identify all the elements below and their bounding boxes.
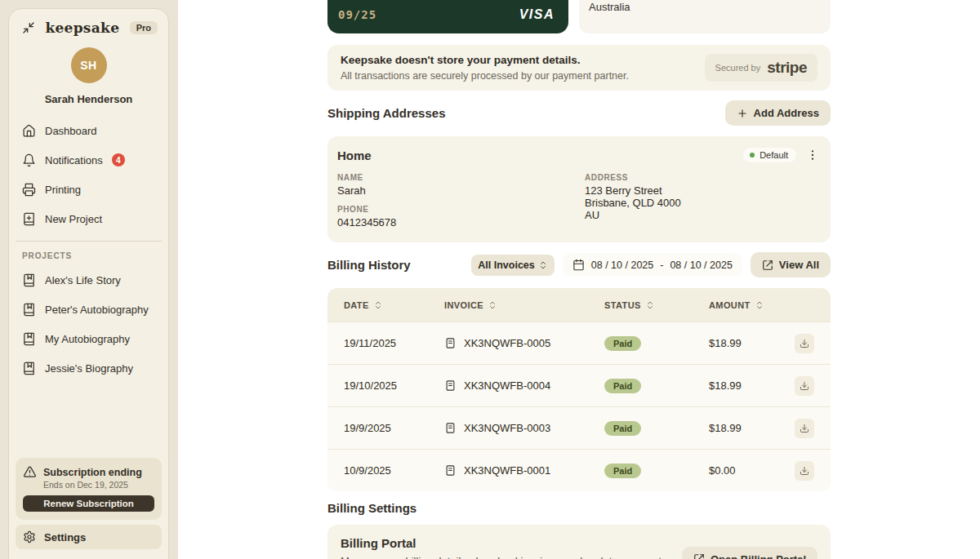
- chevrons-up-down-icon: [538, 260, 548, 270]
- status-badge: Paid: [604, 464, 641, 478]
- name-label: NAME: [337, 173, 585, 182]
- cell-amount: $0.00: [709, 464, 795, 477]
- address-label: ADDRESS: [585, 173, 821, 182]
- view-all-button[interactable]: View All: [751, 252, 831, 277]
- billing-history-title: Billing History: [327, 258, 411, 272]
- column-header-date[interactable]: DATE: [344, 300, 444, 310]
- external-link-icon: [762, 260, 773, 271]
- user-profile: SH Sarah Henderson: [9, 47, 168, 105]
- sidebar-divider: [16, 241, 162, 242]
- billing-country-card: Australia: [579, 0, 831, 33]
- download-invoice-button[interactable]: [795, 419, 814, 438]
- cell-date: 10/9/2025: [344, 464, 444, 477]
- project-label: Peter's Autobiography: [45, 304, 149, 316]
- open-billing-portal-button[interactable]: Open Billing Portal: [682, 547, 817, 559]
- date-from: 08 / 10 / 2025: [591, 260, 653, 271]
- address-detail-column: ADDRESS 123 Berry Street Brisbane, QLD 4…: [585, 165, 821, 228]
- project-label: Jessie's Biography: [45, 362, 133, 375]
- invoice-filter-select[interactable]: All Invoices: [471, 255, 554, 276]
- download-invoice-button[interactable]: [795, 376, 814, 396]
- shipping-addresses-header: Shipping Addresses Add Address: [327, 100, 831, 126]
- cell-invoice: XK3NQWFB-0003: [444, 422, 604, 434]
- printer-icon: [22, 183, 36, 197]
- shipping-addresses-title: Shipping Addresses: [327, 106, 445, 120]
- book-icon: [22, 332, 36, 346]
- subscription-warning-title: Subscription ending: [43, 467, 142, 478]
- plus-icon: [737, 108, 748, 119]
- address-line-2: Brisbane, QLD 4000: [585, 197, 821, 209]
- projects-list: Alex's Life Story Peter's Autobiography …: [9, 265, 168, 383]
- invoice-document-icon: [444, 464, 457, 477]
- sort-icon: [488, 300, 497, 310]
- cell-invoice: XK3NQWFB-0001: [444, 464, 604, 477]
- add-address-button[interactable]: Add Address: [725, 100, 831, 126]
- renew-subscription-button[interactable]: Renew Subscription: [23, 495, 154, 512]
- download-icon: [800, 339, 809, 348]
- download-icon: [800, 466, 809, 476]
- alert-triangle-icon: [23, 465, 37, 479]
- name-value: Sarah: [337, 184, 585, 197]
- column-header-invoice[interactable]: INVOICE: [444, 300, 604, 310]
- notification-count-badge: 4: [112, 153, 125, 166]
- default-address-badge: Default: [743, 148, 796, 162]
- main-content: 09/25 VISA Australia Keepsake doesn't st…: [178, 0, 980, 559]
- settings-label: Settings: [44, 531, 86, 543]
- download-icon: [800, 381, 809, 391]
- project-item-peters-autobiography[interactable]: Peter's Autobiography: [9, 295, 168, 324]
- invoice-document-icon: [444, 337, 457, 349]
- billing-country: Australia: [589, 1, 630, 13]
- secured-by-stripe-badge: Secured by stripe: [705, 54, 817, 82]
- project-item-my-autobiography[interactable]: My Autobiography: [9, 324, 168, 353]
- book-icon: [22, 303, 36, 317]
- sidebar-item-notifications[interactable]: Notifications 4: [9, 145, 168, 175]
- subscription-end-date: Ends on Dec 19, 2025: [43, 480, 154, 490]
- date-separator: -: [660, 260, 663, 271]
- projects-section-label: PROJECTS: [9, 249, 168, 265]
- cell-amount: $18.99: [709, 337, 795, 349]
- cell-amount: $18.99: [709, 379, 795, 392]
- subscription-warning-card: Subscription ending Ends on Dec 19, 2025…: [16, 458, 162, 520]
- book-plus-icon: [22, 212, 36, 226]
- cell-date: 19/9/2025: [344, 422, 444, 434]
- calendar-icon: [572, 259, 585, 271]
- visa-logo: VISA: [519, 7, 555, 22]
- stripe-logo: stripe: [767, 59, 807, 77]
- credit-card[interactable]: 09/25 VISA: [327, 0, 568, 33]
- sidebar-nav: Dashboard Notifications 4 Printing New P…: [9, 116, 168, 233]
- cell-invoice: XK3NQWFB-0005: [444, 337, 604, 349]
- table-row: 10/9/2025 XK3NQWFB-0001 Paid $0.00: [327, 449, 831, 491]
- billing-history-header: Billing History All Invoices 08 / 10 / 2…: [327, 252, 831, 277]
- date-range-picker[interactable]: 08 / 10 / 2025 - 08 / 10 / 2025: [563, 253, 742, 277]
- secured-by-label: Secured by: [715, 63, 761, 73]
- home-icon: [22, 124, 36, 138]
- sidebar-item-settings[interactable]: Settings: [16, 525, 162, 549]
- nav-label: Notifications: [45, 154, 103, 166]
- keepsake-logo-icon: [22, 21, 35, 34]
- cell-date: 19/10/2025: [344, 379, 444, 392]
- disclaimer-body: All transactions are securely processed …: [341, 70, 629, 82]
- sidebar-item-new-project[interactable]: New Project: [9, 204, 168, 233]
- phone-value: 0412345678: [337, 216, 585, 228]
- sidebar-item-printing[interactable]: Printing: [9, 175, 168, 204]
- project-item-jessies-biography[interactable]: Jessie's Biography: [9, 353, 168, 383]
- book-icon: [22, 362, 36, 375]
- bell-icon: [22, 153, 36, 167]
- download-invoice-button[interactable]: [795, 334, 814, 353]
- billing-portal-title: Billing Portal: [341, 536, 666, 550]
- address-name: Home: [337, 149, 372, 162]
- cell-amount: $18.99: [709, 422, 795, 434]
- project-item-alexs-life-story[interactable]: Alex's Life Story: [9, 265, 168, 295]
- sidebar-item-dashboard[interactable]: Dashboard: [9, 116, 168, 145]
- sidebar: keepsake Pro SH Sarah Henderson Dashboar…: [8, 8, 169, 559]
- billing-history-table: DATE INVOICE STATUS AMOUNT: [327, 288, 831, 491]
- download-invoice-button[interactable]: [795, 461, 814, 481]
- address-contact-column: NAME Sarah PHONE 0412345678: [337, 165, 585, 228]
- column-header-status[interactable]: STATUS: [604, 300, 709, 310]
- nav-label: New Project: [45, 213, 102, 225]
- table-header-row: DATE INVOICE STATUS AMOUNT: [327, 288, 831, 322]
- address-menu-button[interactable]: [804, 147, 821, 163]
- column-header-amount[interactable]: AMOUNT: [709, 300, 795, 310]
- sort-icon: [373, 300, 383, 310]
- book-icon: [22, 273, 36, 287]
- cell-date: 19/11/2025: [344, 337, 444, 349]
